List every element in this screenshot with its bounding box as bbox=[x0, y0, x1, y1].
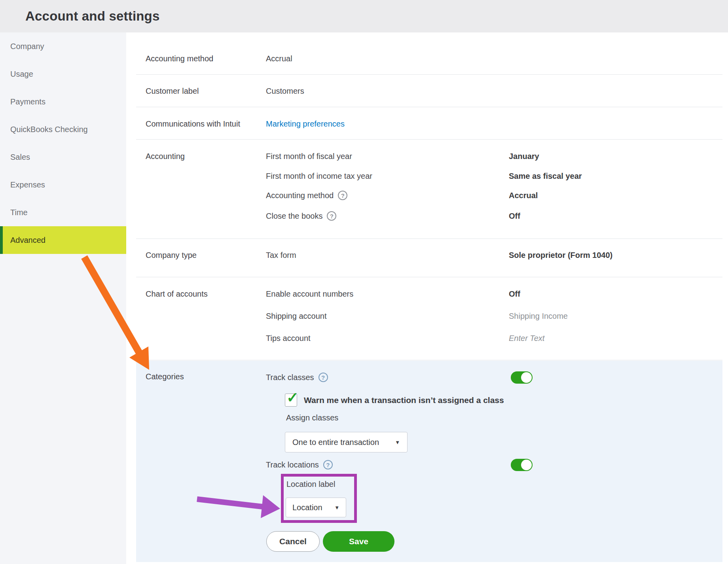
divider bbox=[136, 277, 722, 277]
track-classes-field: Track classes bbox=[266, 372, 314, 383]
sidebar-item-quickbooks-checking[interactable]: QuickBooks Checking bbox=[0, 115, 126, 143]
sidebar-item-expenses[interactable]: Expenses bbox=[0, 171, 126, 199]
assign-classes-label: Assign classes bbox=[286, 412, 338, 423]
company-type-section-label: Company type bbox=[146, 250, 197, 261]
fiscal-year-field: First month of fiscal year bbox=[266, 151, 352, 162]
settings-sidebar: Company Usage Payments QuickBooks Checki… bbox=[0, 32, 126, 564]
categories-section-label: Categories bbox=[146, 371, 184, 382]
tax-form-value: Sole proprietor (Form 1040) bbox=[509, 250, 612, 261]
sidebar-item-company[interactable]: Company bbox=[0, 32, 126, 60]
communications-row-label: Communications with Intuit bbox=[146, 118, 240, 129]
sidebar-item-sales[interactable]: Sales bbox=[0, 143, 126, 171]
tax-form-field: Tax form bbox=[266, 250, 296, 261]
divider bbox=[136, 107, 722, 107]
accounting-method-field: Accounting method bbox=[266, 190, 334, 201]
location-label-dropdown-value: Location bbox=[292, 503, 322, 512]
accounting-section-label: Accounting bbox=[146, 151, 185, 162]
divider bbox=[136, 139, 722, 140]
enable-account-numbers-field: Enable account numbers bbox=[266, 288, 353, 299]
help-icon[interactable]: ? bbox=[338, 191, 347, 200]
help-icon[interactable]: ? bbox=[318, 373, 328, 382]
chevron-down-icon: ▼ bbox=[334, 505, 339, 511]
toggle-knob bbox=[521, 460, 532, 470]
warn-transaction-checkbox-label: Warn me when a transaction isn’t assigne… bbox=[304, 395, 504, 406]
tips-account-input[interactable]: Enter Text bbox=[509, 333, 544, 344]
location-label-dropdown[interactable]: Location ▼ bbox=[286, 498, 346, 517]
toggle-knob bbox=[521, 372, 532, 383]
track-locations-field: Track locations bbox=[266, 459, 319, 470]
assign-classes-dropdown-value: One to entire transaction bbox=[292, 438, 379, 447]
divider bbox=[136, 238, 722, 239]
customer-label-row-value: Customers bbox=[266, 85, 304, 97]
page-title: Account and settings bbox=[25, 0, 160, 32]
divider bbox=[136, 360, 722, 360]
warn-transaction-checkbox[interactable]: ✓ bbox=[285, 394, 297, 407]
checkmark-icon: ✓ bbox=[286, 389, 299, 406]
chart-of-accounts-section-label: Chart of accounts bbox=[146, 288, 208, 299]
shipping-account-value[interactable]: Shipping Income bbox=[509, 310, 568, 322]
shipping-account-field: Shipping account bbox=[266, 310, 326, 322]
track-classes-toggle[interactable] bbox=[511, 371, 533, 384]
fiscal-year-value: January bbox=[509, 151, 539, 162]
accounting-method-value: Accrual bbox=[509, 190, 538, 201]
enable-account-numbers-value: Off bbox=[509, 288, 520, 299]
sidebar-item-payments[interactable]: Payments bbox=[0, 88, 126, 115]
accounting-method-row-label: Accounting method bbox=[146, 53, 213, 64]
sidebar-item-usage[interactable]: Usage bbox=[0, 60, 126, 88]
customer-label-row-label: Customer label bbox=[146, 85, 199, 97]
close-the-books-value: Off bbox=[509, 210, 520, 221]
cancel-button[interactable]: Cancel bbox=[266, 531, 320, 552]
accounting-method-row-value: Accrual bbox=[266, 53, 292, 64]
save-button[interactable]: Save bbox=[323, 531, 394, 552]
sidebar-item-time[interactable]: Time bbox=[0, 199, 126, 226]
divider bbox=[136, 74, 722, 75]
header-bar: Account and settings bbox=[0, 0, 728, 32]
close-the-books-field: Close the books bbox=[266, 210, 322, 221]
sidebar-item-advanced[interactable]: Advanced bbox=[0, 226, 126, 254]
categories-section-panel bbox=[136, 361, 722, 562]
track-locations-toggle[interactable] bbox=[511, 459, 533, 471]
tips-account-field: Tips account bbox=[266, 333, 311, 344]
assign-classes-dropdown[interactable]: One to entire transaction ▼ bbox=[285, 432, 408, 452]
help-icon[interactable]: ? bbox=[323, 460, 333, 469]
marketing-preferences-link[interactable]: Marketing preferences bbox=[266, 118, 345, 129]
income-tax-year-value: Same as fiscal year bbox=[509, 170, 582, 182]
help-icon[interactable]: ? bbox=[327, 211, 336, 221]
income-tax-year-field: First month of income tax year bbox=[266, 170, 372, 182]
chevron-down-icon: ▼ bbox=[395, 439, 400, 445]
location-label-text: Location label bbox=[286, 479, 335, 490]
